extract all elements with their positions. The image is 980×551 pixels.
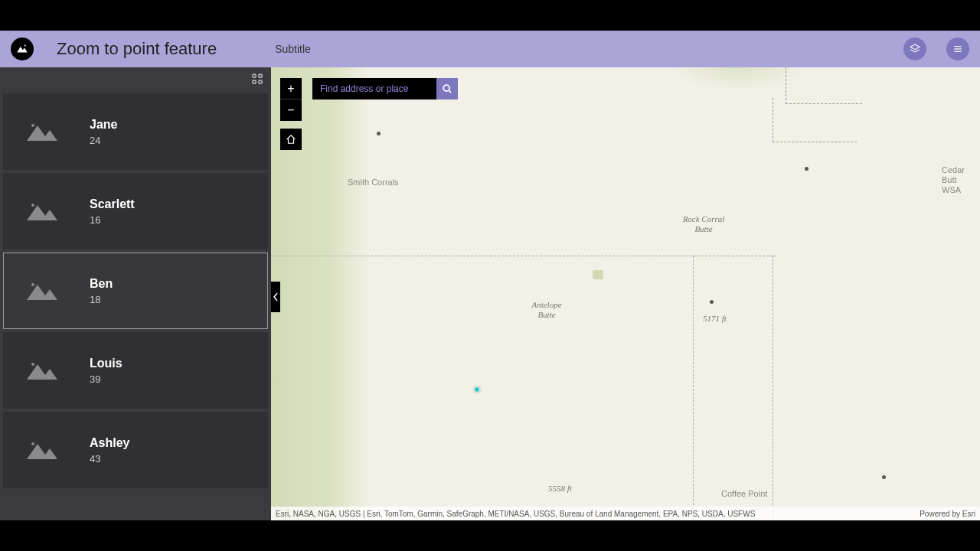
svg-point-0 [24, 45, 26, 47]
svg-point-4 [253, 74, 256, 77]
map-point [882, 475, 886, 479]
mountain-icon [25, 199, 59, 223]
list-item[interactable]: Ben18 [3, 253, 268, 329]
mountain-icon [25, 279, 59, 303]
place-label: Antelope Butte [524, 300, 570, 320]
elevation-label: 5558 ft [548, 484, 572, 494]
boundary-line [773, 98, 857, 142]
map-point [710, 300, 714, 304]
label-line: Cedar Butt [942, 165, 965, 184]
place-label: Coffee Point [721, 489, 767, 499]
feature-list[interactable]: Jane24Scarlett16Ben18Louis39Ashley43 [0, 90, 271, 520]
letterbox-top [0, 0, 980, 31]
boundary-line [693, 256, 694, 520]
search-input[interactable] [312, 78, 436, 99]
svg-line-14 [449, 91, 452, 93]
svg-point-7 [259, 80, 262, 83]
feature-value: 43 [90, 453, 129, 465]
search-icon [442, 83, 452, 94]
label-line: WSA [942, 185, 961, 194]
sidebar: Jane24Scarlett16Ben18Louis39Ashley43 [0, 67, 271, 520]
zoom-control: + − [280, 78, 302, 121]
sidebar-collapse-handle[interactable] [271, 282, 280, 312]
svg-point-10 [31, 283, 34, 286]
map-attribution: Esri, NASA, NGA, USGS | Esri, TomTom, Ga… [271, 507, 980, 520]
mountain-icon [15, 42, 29, 56]
mountain-icon [25, 119, 59, 144]
boundary-line [271, 256, 776, 256]
thumbnail [4, 94, 80, 169]
search-button[interactable] [436, 78, 458, 99]
label-line: Butte [694, 224, 712, 233]
list-item[interactable]: Jane24 [3, 93, 268, 170]
page-title: Zoom to point feature [57, 39, 217, 59]
grid-view-icon[interactable] [251, 73, 263, 85]
feature-value: 39 [90, 373, 122, 385]
card-body: Scarlett16 [80, 194, 144, 229]
thumbnail [4, 412, 80, 487]
svg-point-8 [31, 124, 34, 127]
feature-name: Scarlett [90, 197, 135, 211]
svg-point-13 [443, 85, 449, 91]
card-body: Ashley43 [80, 433, 139, 468]
feature-name: Louis [90, 357, 122, 370]
mountain-icon [25, 358, 59, 383]
app-logo [11, 37, 34, 60]
map-point [805, 167, 808, 171]
map-controls: + − [280, 78, 458, 150]
feature-value: 18 [90, 294, 113, 305]
card-body: Ben18 [80, 274, 122, 308]
label-line: Rock Corral [683, 214, 725, 223]
thumbnail [4, 174, 80, 249]
svg-point-9 [31, 204, 34, 207]
powered-by-text: Powered by Esri [920, 510, 975, 518]
zoom-out-button[interactable]: − [280, 99, 302, 121]
list-item[interactable]: Scarlett16 [3, 173, 268, 249]
app-body: Jane24Scarlett16Ben18Louis39Ashley43 Smi… [0, 67, 980, 520]
chevron-left-icon [273, 292, 279, 302]
svg-point-12 [31, 442, 34, 445]
menu-icon [952, 43, 964, 55]
card-body: Jane24 [80, 115, 126, 149]
home-icon [286, 134, 296, 145]
app-header: Zoom to point feature Subtitle [0, 31, 980, 67]
feature-name: Jane [90, 118, 117, 132]
selected-feature-pin[interactable] [474, 386, 480, 393]
svg-point-6 [253, 80, 256, 83]
menu-button[interactable] [946, 37, 969, 60]
home-extent-button[interactable] [280, 129, 302, 150]
attribution-text: Esri, NASA, NGA, USGS | Esri, TomTom, Ga… [276, 510, 755, 518]
card-body: Louis39 [80, 354, 132, 388]
zoom-in-button[interactable]: + [280, 78, 302, 99]
sidebar-toolbar [0, 67, 271, 90]
place-label: Rock Corral Butte [677, 214, 730, 234]
svg-point-5 [259, 74, 262, 77]
feature-name: Ashley [90, 436, 129, 450]
list-item[interactable]: Louis39 [3, 332, 268, 409]
feature-name: Ben [90, 277, 113, 291]
place-label: Cedar Butt WSA [942, 165, 980, 196]
layers-icon [909, 43, 921, 55]
terrain-shade [593, 270, 603, 279]
thumbnail [4, 253, 80, 328]
label-line: Butte [537, 310, 555, 319]
feature-value: 24 [90, 135, 117, 146]
page-subtitle: Subtitle [275, 43, 311, 55]
letterbox-bottom [0, 520, 980, 551]
search-widget [312, 78, 458, 99]
boundary-line [773, 256, 773, 520]
app-root: Zoom to point feature Subtitle [0, 31, 980, 520]
map-canvas[interactable]: Smith Corrals Rock Corral Butte Cedar Bu… [271, 67, 980, 520]
mountain-icon [25, 438, 59, 462]
elevation-label: 5171 ft [703, 314, 727, 324]
thumbnail [4, 333, 80, 408]
svg-point-11 [31, 363, 34, 366]
label-line: Antelope [531, 300, 561, 309]
layers-button[interactable] [903, 37, 926, 60]
feature-value: 16 [90, 214, 135, 226]
list-item[interactable]: Ashley43 [3, 412, 268, 488]
